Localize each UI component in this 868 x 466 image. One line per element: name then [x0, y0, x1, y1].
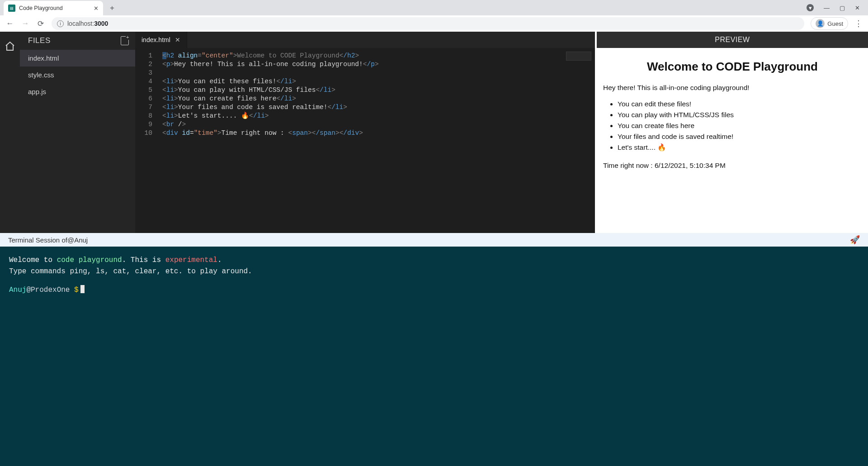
preview-column: PREVIEW Welcome to CODE Playground Hey t…	[597, 32, 868, 233]
editor-tabs: index.html ✕	[135, 32, 595, 48]
account-switch-icon[interactable]: ▾	[807, 4, 814, 11]
preview-list: You can edit these files!You can play wi…	[611, 100, 862, 152]
files-header-label: FILES	[28, 36, 51, 45]
profile-chip[interactable]: 👤 Guest	[811, 17, 848, 30]
forward-icon[interactable]: →	[21, 19, 30, 28]
terminal[interactable]: Welcome to code playground. This is expe…	[0, 247, 868, 466]
file-item[interactable]: index.html	[20, 50, 135, 67]
terminal-line: Welcome to code playground. This is expe…	[9, 255, 859, 266]
terminal-prompt: Anuj@ProdexOne $	[9, 285, 859, 296]
terminal-line: Type commands ping, ls, cat, clear, etc.…	[9, 266, 859, 277]
tab-favicon-icon: ▤	[8, 5, 15, 12]
minimize-icon[interactable]: —	[824, 5, 830, 11]
avatar-icon: 👤	[816, 19, 825, 28]
browser-tab[interactable]: ▤ Code Playground ✕	[4, 1, 103, 15]
code-editor[interactable]: 12345678910 <h2 align="center">Welcome t…	[135, 48, 595, 233]
window-controls: ▾ — ▢ ✕	[807, 0, 868, 15]
file-item[interactable]: style.css	[20, 67, 135, 83]
address-row: ← → ⟳ i localhost:3000 👤 Guest ⋮	[0, 15, 868, 32]
preview-heading: Welcome to CODE Playground	[603, 60, 862, 74]
list-item: You can play with HTML/CSS/JS files	[618, 111, 862, 119]
terminal-header: Terminal Session of @Anuj 🚀	[0, 233, 868, 247]
list-item: Your files and code is saved realtime!	[618, 133, 862, 141]
list-item: You can create files here	[618, 122, 862, 130]
activity-rail	[0, 32, 20, 233]
editor-tab-label: index.html	[142, 36, 170, 43]
rocket-icon[interactable]: 🚀	[850, 235, 860, 245]
close-icon[interactable]: ✕	[94, 5, 99, 12]
minimap[interactable]	[566, 52, 591, 61]
home-button[interactable]	[4, 40, 16, 52]
line-gutter: 12345678910	[135, 52, 158, 138]
list-item: Let's start.... 🔥	[618, 143, 862, 152]
tab-title: Code Playground	[19, 5, 63, 11]
code-lines: <h2 align="center">Welcome to CODE Playg…	[162, 52, 563, 138]
preview-body: Welcome to CODE Playground Hey there! Th…	[597, 48, 868, 233]
new-file-icon[interactable]	[121, 36, 129, 45]
address-bar[interactable]: i localhost:3000	[52, 17, 804, 30]
editor-tab[interactable]: index.html ✕	[135, 32, 187, 48]
site-info-icon[interactable]: i	[57, 20, 64, 27]
preview-time: Time right now : 6/12/2021, 5:10:34 PM	[603, 162, 862, 170]
terminal-cursor	[80, 285, 85, 293]
browser-chrome: ▤ Code Playground ✕ + ▾ — ▢ ✕ ← → ⟳ i lo…	[0, 0, 868, 32]
preview-header-label: PREVIEW	[715, 36, 750, 44]
url-text: localhost:3000	[67, 20, 108, 27]
files-header: FILES	[20, 32, 135, 50]
maximize-icon[interactable]: ▢	[840, 5, 845, 11]
file-item[interactable]: app.js	[20, 83, 135, 100]
home-icon	[5, 41, 15, 52]
editor-column: index.html ✕ 12345678910 <h2 align="cent…	[135, 32, 597, 233]
profile-label: Guest	[827, 20, 843, 27]
app: FILES index.htmlstyle.cssapp.js index.ht…	[0, 32, 868, 466]
tab-strip: ▤ Code Playground ✕ + ▾ — ▢ ✕	[0, 0, 868, 15]
browser-menu-icon[interactable]: ⋮	[854, 19, 863, 29]
preview-paragraph: Hey there! This is all-in-one coding pla…	[603, 84, 862, 92]
files-sidebar: FILES index.htmlstyle.cssapp.js	[20, 32, 135, 233]
preview-header: PREVIEW	[597, 32, 868, 48]
list-item: You can edit these files!	[618, 100, 862, 108]
back-icon[interactable]: ←	[5, 19, 14, 28]
reload-icon[interactable]: ⟳	[36, 19, 45, 29]
terminal-header-prefix: Terminal Session of	[8, 236, 67, 244]
file-list: index.htmlstyle.cssapp.js	[20, 50, 135, 100]
spacer	[9, 277, 859, 285]
close-window-icon[interactable]: ✕	[855, 5, 860, 11]
close-tab-icon[interactable]: ✕	[175, 36, 180, 43]
new-tab-button[interactable]: +	[106, 2, 118, 14]
workbench: FILES index.htmlstyle.cssapp.js index.ht…	[0, 32, 868, 233]
terminal-header-user: @Anuj	[67, 236, 88, 244]
